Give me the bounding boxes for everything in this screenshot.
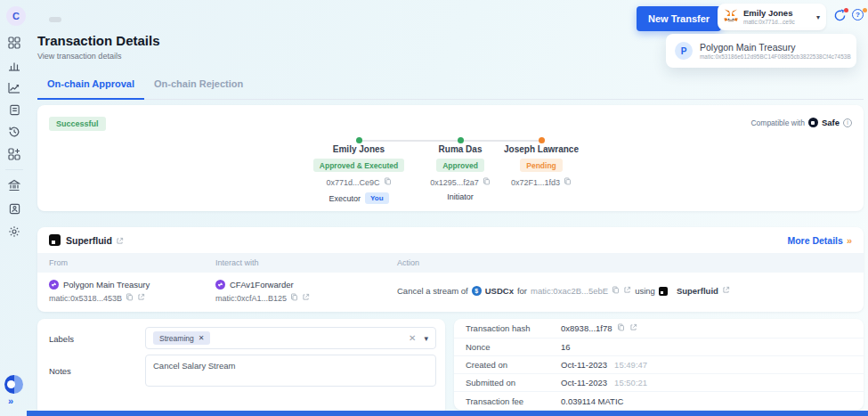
coinshift-logo: [4, 375, 23, 394]
signer-joseph: Joseph Lawrance Pending 0x72F1...1fd3: [475, 144, 608, 187]
bank-icon[interactable]: [7, 178, 21, 192]
external-link-icon[interactable]: [722, 286, 730, 296]
notes-label: Notes: [49, 366, 71, 376]
action-description: Cancel a stream of $ USDCx for matic:0xa…: [397, 286, 864, 296]
superfluid-logo-icon: [49, 234, 61, 246]
signer-name: Joseph Lawrance: [475, 144, 608, 154]
sidebar-divider: [5, 169, 23, 170]
created-date: Oct-11-2023: [561, 360, 607, 370]
external-link-icon[interactable]: [629, 323, 637, 333]
submitted-date: Oct-11-2023: [561, 378, 607, 387]
page-title: Transaction Details: [37, 33, 160, 48]
column-action: Action: [385, 258, 864, 267]
help-icon[interactable]: ?: [852, 9, 866, 23]
copy-icon[interactable]: [290, 293, 298, 303]
detail-row-created: Created on Oct-11-2023 15:49:47: [454, 356, 864, 374]
app-logo[interactable]: C: [6, 6, 26, 26]
copy-icon[interactable]: [126, 293, 134, 303]
new-transfer-button[interactable]: New Transfer: [637, 6, 721, 31]
copy-icon[interactable]: [617, 323, 625, 333]
polygon-token-icon: [49, 280, 59, 290]
external-link-icon[interactable]: [137, 293, 145, 303]
clear-icon[interactable]: ✕: [409, 333, 416, 343]
line-chart-icon[interactable]: [7, 80, 21, 94]
timeline-dot-approved: [458, 137, 464, 143]
copy-icon[interactable]: [564, 177, 572, 187]
safe-selector[interactable]: P Polygon Main Treasury matic:0x53186e61…: [666, 34, 856, 68]
help-dot: [863, 8, 867, 12]
labels-notes-card: Labels Streaming ✕ ✕ ▾ Notes Cancel Sala…: [37, 319, 445, 416]
detail-row-fee: Transaction fee 0.039114 MATIC: [454, 392, 864, 410]
bottom-accent-bar: [27, 411, 868, 416]
signer-status-badge: Pending: [520, 159, 563, 172]
chevron-down-icon[interactable]: ▾: [424, 334, 428, 343]
settings-icon[interactable]: [7, 224, 21, 239]
timeline-connector: [460, 140, 541, 142]
from-name: Polygon Main Treasury: [63, 280, 150, 290]
signer-role: Initiator: [447, 192, 474, 201]
metamask-icon: [724, 9, 738, 26]
detail-row-submitted: Submitted on Oct-11-2023 15:50:21: [454, 374, 864, 392]
external-link-icon[interactable]: [302, 293, 310, 303]
submitted-time: 15:50:21: [614, 378, 647, 387]
bar-chart-icon[interactable]: [7, 58, 21, 72]
action-token: USDCx: [485, 286, 514, 296]
signer-status-badge: Approved & Executed: [313, 159, 404, 172]
external-link-icon[interactable]: [116, 232, 124, 249]
wallet-user-address: matic:0x771d...ce9c: [743, 19, 795, 26]
timeline-dot-pending: [539, 137, 545, 143]
transaction-fee-value: 0.039114 MATIC: [561, 396, 623, 406]
chevron-down-icon[interactable]: ▾: [816, 13, 820, 21]
action-app: Superfluid: [677, 286, 718, 296]
signer-address: 0x72F1...1fd3: [511, 178, 560, 187]
notification-dot: [844, 8, 848, 12]
labels-select[interactable]: Streaming ✕ ✕ ▾: [145, 327, 436, 349]
created-time: 15:49:47: [614, 360, 647, 370]
safe-avatar: P: [675, 42, 693, 60]
label-tag-streaming: Streaming ✕: [153, 331, 210, 345]
signer-address: 0x1295...f2a7: [430, 178, 479, 187]
double-chevron-icon: »: [847, 235, 852, 246]
nonce-value: 16: [561, 342, 571, 352]
detail-row-nonce: Nonce 16: [454, 339, 864, 356]
contacts-icon[interactable]: [7, 201, 21, 216]
notes-input[interactable]: Cancel Salary Stream: [145, 355, 436, 387]
history-icon[interactable]: [7, 125, 21, 139]
remove-tag-icon[interactable]: ✕: [199, 334, 205, 342]
app-interaction-card: Superfluid More Details » From Interact …: [37, 227, 864, 312]
safe-compatibility: Compatible with Safe i: [750, 118, 852, 127]
superfluid-logo-icon: [659, 287, 668, 296]
safe-logo-icon: [808, 118, 818, 127]
copy-icon[interactable]: [612, 286, 620, 296]
column-from: From: [37, 258, 215, 267]
whats-new-icon[interactable]: [833, 9, 848, 23]
tab-onchain-rejection[interactable]: On-chain Rejection: [144, 78, 253, 99]
copy-icon[interactable]: [384, 177, 392, 187]
sidebar: C »: [0, 0, 28, 416]
wallet-user-name: Emily Jones: [743, 9, 795, 19]
apps-add-icon[interactable]: [7, 147, 21, 161]
safe-name: Polygon Main Treasury: [700, 42, 851, 53]
transactions-icon[interactable]: [7, 102, 21, 117]
column-interact-with: Interact with: [215, 258, 385, 267]
external-link-icon[interactable]: [623, 286, 631, 296]
from-address: matic:0x5318...453B: [49, 294, 122, 303]
transaction-status-card: Successful Compatible with Safe i Emily …: [37, 105, 864, 211]
you-badge: You: [365, 192, 389, 204]
app-name: Superfluid: [66, 235, 112, 246]
dashboard-icon[interactable]: [7, 36, 21, 50]
action-address: matic:0xac2B...5ebE: [531, 286, 608, 296]
more-details-link[interactable]: More Details »: [787, 235, 852, 246]
interact-name: CFAv1Forwarder: [230, 280, 294, 290]
wallet-account-menu[interactable]: Emily Jones matic:0x771d...ce9c ▾: [718, 4, 826, 30]
info-icon[interactable]: i: [843, 118, 852, 127]
signer-address: 0x771d...Ce9C: [326, 178, 379, 187]
transaction-hash-value: 0x8938...1f78: [561, 323, 612, 333]
sidebar-expand-button[interactable]: »: [8, 396, 12, 406]
breadcrumb-placeholder: [49, 17, 61, 22]
timeline-connector: [359, 140, 460, 142]
signer-role: Executor: [329, 194, 361, 203]
safe-address: matic:0x53186e612d95BC14F08855cb3822538C…: [700, 53, 851, 60]
tab-onchain-approval[interactable]: On-chain Approval: [37, 78, 144, 99]
status-badge: Successful: [49, 117, 106, 131]
